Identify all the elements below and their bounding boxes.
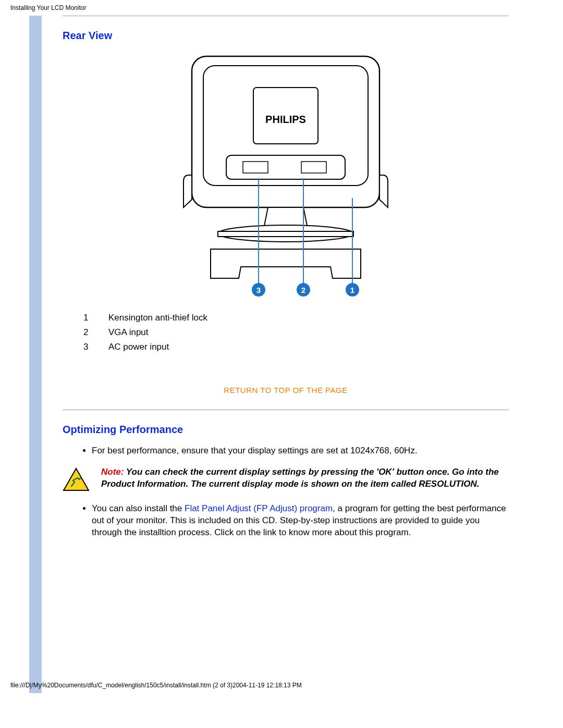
perf-bullet-2: You can also install the Flat Panel Adju… xyxy=(92,503,509,539)
return-to-top-link[interactable]: RETURN TO TOP OF THE PAGE xyxy=(224,386,347,394)
perf-bullet-1: For best performance, ensure that your d… xyxy=(92,445,509,457)
legend-num: 2 xyxy=(83,327,93,338)
legend-row: 3 AC power input xyxy=(83,340,509,354)
monitor-rear-svg: PHILIPS 3 2 xyxy=(176,51,395,301)
legend-num: 3 xyxy=(83,342,93,352)
brand-label: PHILIPS xyxy=(265,114,306,125)
legend-num: 1 xyxy=(83,313,93,323)
callout-3: 3 xyxy=(256,286,261,294)
callout-2: 2 xyxy=(301,286,305,294)
svg-rect-4 xyxy=(243,162,268,173)
rear-view-legend: 1 Kensington anti-thief lock 2 VGA input… xyxy=(83,311,509,354)
note-body: You can check the current display settin… xyxy=(101,467,499,489)
optimizing-heading: Optimizing Performance xyxy=(63,424,509,436)
fp-adjust-link[interactable]: Flat Panel Adjust (FP Adjust) program xyxy=(185,503,333,513)
note-label: Note: xyxy=(101,467,124,477)
svg-rect-7 xyxy=(218,231,353,237)
legend-label: Kensington anti-thief lock xyxy=(108,313,207,323)
note-text: Note: You can check the current display … xyxy=(101,466,509,490)
rear-view-heading: Rear View xyxy=(63,30,509,42)
legend-label: VGA input xyxy=(108,327,149,338)
legend-label: AC power input xyxy=(108,342,169,352)
page-header-title: Installing Your LCD Monitor xyxy=(0,0,563,16)
content-frame: Rear View PHILIPS xyxy=(29,16,542,693)
callout-1: 1 xyxy=(350,286,354,294)
bullet2-pre: You can also install the xyxy=(92,503,185,513)
divider xyxy=(63,16,509,16)
svg-rect-5 xyxy=(301,162,326,173)
note-block: Note: You can check the current display … xyxy=(63,466,509,491)
legend-row: 1 Kensington anti-thief lock xyxy=(83,311,509,325)
rear-view-diagram: PHILIPS 3 2 xyxy=(63,51,509,301)
file-path-footer: file:///D|/My%20Documents/dfu/C_model/en… xyxy=(0,677,302,689)
warning-icon xyxy=(63,467,90,491)
legend-row: 2 VGA input xyxy=(83,325,509,340)
divider xyxy=(63,410,509,410)
